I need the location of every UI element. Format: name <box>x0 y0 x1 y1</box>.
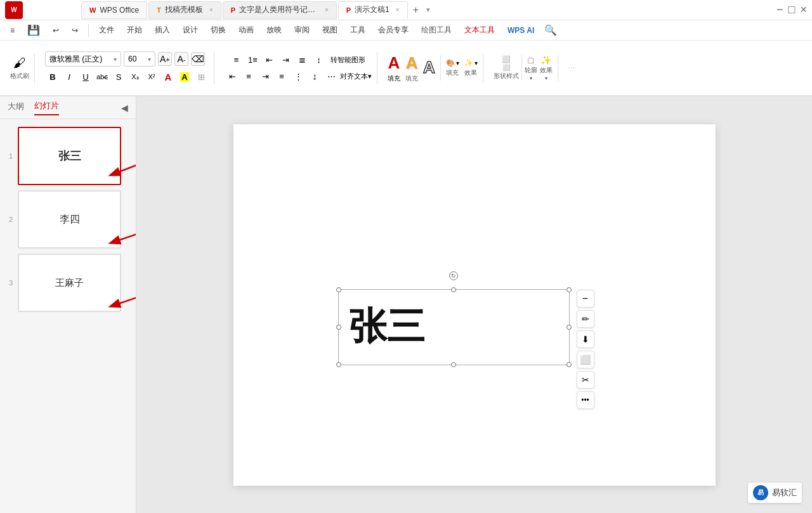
strikethrough-btn[interactable]: abc̶ <box>95 69 110 84</box>
panel-tab-outline[interactable]: 大纲 <box>8 101 24 115</box>
textbox-text[interactable]: 张三 <box>339 290 569 365</box>
minimize-btn[interactable]: − <box>776 3 783 16</box>
tab-template[interactable]: T 找稿壳模板 × <box>148 1 221 19</box>
tab-ppt-icon: P <box>346 6 351 14</box>
line-spacing-btn[interactable]: ↕ <box>311 52 327 67</box>
para-spacing-btn[interactable]: ↨ <box>307 68 322 84</box>
clear-format-btn[interactable]: ⌫ <box>191 52 205 66</box>
maximize-btn[interactable]: □ <box>789 3 796 16</box>
new-tab-button[interactable]: + <box>409 4 422 16</box>
font-increase-btn[interactable]: A+ <box>158 52 172 66</box>
col-btn[interactable]: ⋮ <box>291 68 306 84</box>
ctx-layout-btn[interactable]: ⬇ <box>577 330 594 348</box>
menu-text-tools[interactable]: 文本工具 <box>459 22 500 38</box>
menu-view[interactable]: 视图 <box>317 22 343 38</box>
undo-btn[interactable]: ↩ <box>48 23 64 37</box>
text-effect-btn[interactable]: ✨ ▾ 效果 <box>464 59 478 77</box>
panel-collapse-btn[interactable]: ◀ <box>121 103 128 113</box>
sep1 <box>440 55 441 81</box>
smart-shape-btn[interactable]: 转智能图形 <box>328 52 368 67</box>
text-outline-a-btn[interactable]: A <box>423 58 435 79</box>
ctx-edit-btn[interactable]: ✏ <box>577 310 594 328</box>
tab-template-label: 找稿壳模板 <box>165 4 203 15</box>
fill-color-btn[interactable]: A 填充 <box>388 53 400 83</box>
handle-top-center[interactable] <box>451 287 456 292</box>
decrease-indent-btn[interactable]: ⇤ <box>262 52 277 67</box>
arrow-slide-2 <box>98 216 136 251</box>
tab-dropdown-icon[interactable]: ▾ <box>424 6 433 14</box>
font-selector: 微软雅黑 (正文) ▾ 60 ▾ A+ A- ⌫ <box>45 51 205 67</box>
highlight-btn[interactable]: A <box>177 69 192 84</box>
menu-tools[interactable]: 工具 <box>345 22 370 38</box>
rotate-handle[interactable]: ↻ <box>449 271 458 280</box>
ctx-copy-btn[interactable]: ⬜ <box>577 351 594 368</box>
handle-top-right[interactable] <box>566 287 572 292</box>
tab-template-close[interactable]: × <box>209 6 213 13</box>
tab-ppt[interactable]: P 演示文稿1 × <box>338 1 408 19</box>
save-btn[interactable]: 💾 <box>22 22 45 39</box>
bold-btn[interactable]: B <box>45 69 60 84</box>
list-btn[interactable]: ≡ <box>229 52 244 67</box>
superscript-btn[interactable]: X² <box>144 69 159 84</box>
menu-start[interactable]: 开始 <box>122 22 147 38</box>
subscript-btn[interactable]: X₂ <box>128 69 143 84</box>
menu-animation[interactable]: 动画 <box>233 22 259 38</box>
fill-group-btn[interactable]: 🎨 ▾ 填充 <box>446 59 459 77</box>
handle-bottom-right[interactable] <box>566 362 572 367</box>
handle-bottom-center[interactable] <box>451 362 456 367</box>
menu-file[interactable]: 文件 <box>94 22 119 38</box>
para-more-btn[interactable]: ⋯ <box>324 68 339 84</box>
menu-slideshow[interactable]: 放映 <box>261 22 287 38</box>
menu-vip[interactable]: 会员专享 <box>373 22 414 38</box>
slide-panel: 大纲 幻灯片 ◀ 1 张三 <box>0 96 136 513</box>
handle-top-left[interactable] <box>336 287 341 292</box>
ctx-minus-btn[interactable]: − <box>577 290 594 308</box>
close-btn[interactable]: × <box>800 3 807 16</box>
justify-btn[interactable]: ≡ <box>274 68 289 84</box>
search-btn[interactable]: 🔍 <box>544 24 557 36</box>
panel-tab-slides[interactable]: 幻灯片 <box>34 100 59 115</box>
outline-btn[interactable]: ⊞ <box>193 69 209 84</box>
handle-middle-left[interactable] <box>336 325 341 330</box>
tab-ppt-close[interactable]: × <box>396 6 400 13</box>
shape-effect2-btn[interactable]: ✨ 效果 ▾ <box>540 55 553 81</box>
menu-transition[interactable]: 切换 <box>206 22 231 38</box>
font-name-selector[interactable]: 微软雅黑 (正文) ▾ <box>45 51 121 67</box>
wps-logo-icon: W <box>5 1 23 19</box>
shape-style-btn[interactable]: ⬜ ⬜ 形状样式 <box>494 55 519 81</box>
menu-insert[interactable]: 插入 <box>150 22 175 38</box>
handle-bottom-left[interactable] <box>336 362 341 367</box>
shape-outline-btn[interactable]: □ 轮廓 ▾ <box>525 55 537 81</box>
increase-indent-btn[interactable]: ⇥ <box>278 52 294 67</box>
align-text-btn[interactable]: 对齐文本▾ <box>340 68 372 84</box>
hamburger-menu[interactable]: ≡ <box>5 23 20 37</box>
tab-doc[interactable]: P 文字是人类用符号记录表达信息的... × <box>223 1 337 19</box>
font-color-btn[interactable]: A <box>160 69 176 84</box>
tab-wps-office[interactable]: W WPS Office <box>81 1 147 19</box>
slide-canvas[interactable]: ↻ 张三 − ✏ ⬇ <box>233 124 716 486</box>
align-center-btn[interactable]: ≡ <box>241 68 256 84</box>
numbered-list-btn[interactable]: 1≡ <box>246 52 261 67</box>
strikethrough2-btn[interactable]: S <box>111 69 126 84</box>
tab-doc-close[interactable]: × <box>325 6 329 13</box>
align-right-btn[interactable]: ⇥ <box>258 68 273 84</box>
ctx-more-btn[interactable]: ••• <box>577 391 594 409</box>
text-effect-a-btn[interactable]: A 填充 <box>405 53 418 83</box>
underline-btn[interactable]: U <box>78 69 93 84</box>
textbox-container[interactable]: ↻ 张三 − ✏ ⬇ <box>338 289 570 365</box>
align-left-btn[interactable]: ⇤ <box>225 68 240 84</box>
italic-btn[interactable]: I <box>62 69 77 84</box>
menu-wps-ai[interactable]: WPS AI <box>502 23 539 37</box>
menu-draw-tools[interactable]: 绘图工具 <box>416 22 457 38</box>
format-painter-btn[interactable]: 🖌 格式刷 <box>10 56 29 81</box>
menu-review[interactable]: 审阅 <box>289 22 315 38</box>
redo-btn[interactable]: ↪ <box>67 23 83 37</box>
ribbon-more-btn[interactable]: ⋮ <box>568 65 575 71</box>
font-decrease-btn[interactable]: A- <box>174 52 188 66</box>
title-bar-left: W <box>5 1 81 19</box>
font-size-selector[interactable]: 60 ▾ <box>124 51 155 67</box>
align-distributed-btn[interactable]: ≣ <box>295 52 310 67</box>
handle-middle-right[interactable] <box>566 325 572 330</box>
ctx-scissors-btn[interactable]: ✂ <box>577 371 594 389</box>
menu-design[interactable]: 设计 <box>178 22 203 38</box>
